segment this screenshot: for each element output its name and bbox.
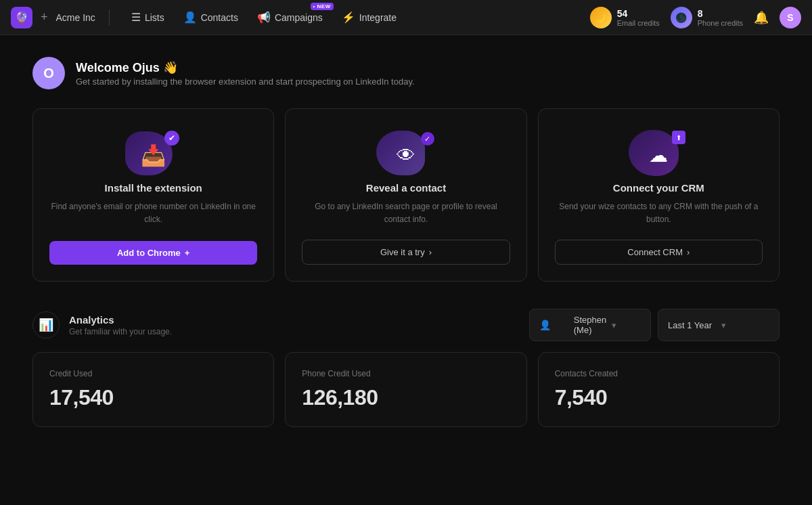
nav-label-contacts: Contacts (201, 12, 238, 23)
analytics-filters: 👤 Stephen (Me) ▾ Last 1 Year ▾ (529, 309, 780, 341)
email-credits-icon: 🌙 (590, 7, 612, 28)
phone-credit-used-card: Phone Credit Used 126,180 (285, 352, 526, 427)
sidebar-item-contacts[interactable]: 👤 Contacts (175, 7, 246, 28)
nav-label-integrate: Integrate (359, 12, 397, 23)
install-badge-icon: ✔ (164, 131, 179, 146)
integrate-icon: ⚡ (342, 11, 355, 24)
reveal-icon: 👁 (397, 144, 415, 167)
phone-credits: 🌑 8 Phone credits (671, 7, 743, 28)
new-badge: • NEW (311, 3, 334, 10)
add-to-chrome-button[interactable]: Add to Chrome + (49, 241, 257, 265)
reveal-card-title: Reveal a contact (366, 182, 446, 194)
lists-icon: ☰ (131, 11, 141, 24)
analytics-title: Analytics (69, 314, 172, 326)
sidebar-item-integrate[interactable]: ⚡ Integrate (334, 7, 405, 28)
cards-row: 📥 ✔ Install the extension Find anyone's … (32, 108, 780, 282)
install-icon: 📥 (141, 144, 166, 167)
period-filter-select[interactable]: Last 1 Year ▾ (658, 309, 780, 341)
install-card-desc: Find anyone's email or phone number on L… (49, 200, 257, 227)
app-logo[interactable]: 🔮 (11, 7, 32, 28)
reveal-check-icon: ✓ (421, 132, 434, 146)
reveal-contact-card: 👁 ✓ Reveal a contact Go to any LinkedIn … (285, 108, 526, 282)
welcome-avatar: O (32, 57, 65, 89)
install-illustration: 📥 ✔ (120, 128, 187, 182)
phone-credit-used-value: 126,180 (302, 385, 510, 410)
nav-items: ☰ Lists 👤 Contacts 📢 Campaigns • NEW ⚡ I… (123, 7, 585, 28)
credit-used-card: Credit Used 17,540 (32, 352, 274, 427)
nav-label-lists: Lists (145, 12, 164, 23)
campaigns-icon: 📢 (257, 11, 271, 24)
nav-label-campaigns: Campaigns (275, 12, 323, 23)
contacts-icon: 👤 (183, 11, 197, 24)
install-card-title: Install the extension (105, 182, 202, 194)
nav-right: 🌙 54 Email credits 🌑 8 Phone credits 🔔 S (590, 7, 801, 28)
welcome-greeting: Welcome Ojus 👋 (76, 60, 415, 75)
add-button[interactable]: + (41, 10, 48, 24)
analytics-info: Analytics Get familiar with your usage. (69, 314, 172, 336)
phone-credits-label: Phone credits (698, 19, 743, 27)
crm-card-title: Connect your CRM (613, 182, 704, 194)
welcome-section: O Welcome Ojus 👋 Get started by installi… (32, 57, 780, 89)
crm-icon: ☁ (649, 144, 668, 167)
user-filter-chevron-icon: ▾ (612, 320, 641, 330)
email-credits: 🌙 54 Email credits (590, 7, 660, 28)
nav-divider (109, 9, 110, 26)
connect-crm-card: ☁ ⬆ Connect your CRM Send your wize cont… (538, 108, 780, 282)
user-filter-value: Stephen (Me) (574, 315, 606, 335)
user-filter-select[interactable]: 👤 Stephen (Me) ▾ (529, 309, 651, 341)
analytics-section: 📊 Analytics Get familiar with your usage… (32, 309, 780, 427)
sidebar-item-campaigns[interactable]: 📢 Campaigns • NEW (249, 7, 331, 28)
phone-credits-icon: 🌑 (671, 7, 692, 28)
analytics-left: 📊 Analytics Get familiar with your usage… (32, 311, 172, 338)
user-filter-icon: 👤 (539, 320, 568, 330)
company-name[interactable]: Acme Inc (56, 12, 95, 23)
period-filter-chevron-icon: ▾ (721, 320, 769, 330)
crm-card-desc: Send your wize contacts to any CRM with … (555, 200, 763, 226)
main-content: O Welcome Ojus 👋 Get started by installi… (0, 35, 812, 449)
period-filter-value: Last 1 Year (668, 320, 716, 330)
contacts-created-card: Contacts Created 7,540 (538, 352, 780, 427)
reveal-illustration: 👁 ✓ (372, 128, 440, 182)
notifications-bell-icon[interactable]: 🔔 (754, 10, 769, 25)
credit-used-label: Credit Used (49, 369, 257, 378)
connect-crm-button[interactable]: Connect CRM › (555, 240, 763, 265)
analytics-subtitle: Get familiar with your usage. (69, 327, 172, 336)
analytics-header: 📊 Analytics Get familiar with your usage… (32, 309, 780, 341)
stats-row: Credit Used 17,540 Phone Credit Used 126… (32, 352, 780, 427)
email-credits-label: Email credits (617, 19, 660, 27)
give-it-a-try-button[interactable]: Give it a try › (302, 240, 510, 265)
analytics-icon: 📊 (32, 311, 60, 338)
crm-badge-icon: ⬆ (672, 131, 685, 144)
install-extension-card: 📥 ✔ Install the extension Find anyone's … (32, 108, 274, 282)
phone-credits-count: 8 (698, 8, 743, 19)
reveal-card-desc: Go to any LinkedIn search page or profil… (302, 200, 510, 226)
welcome-subtitle: Get started by installing the browser ex… (76, 76, 415, 87)
contacts-created-value: 7,540 (555, 385, 763, 410)
navbar: 🔮 + Acme Inc ☰ Lists 👤 Contacts 📢 Campai… (0, 0, 812, 35)
credit-used-value: 17,540 (49, 385, 257, 410)
sidebar-item-lists[interactable]: ☰ Lists (123, 7, 173, 28)
phone-credit-used-label: Phone Credit Used (302, 369, 510, 378)
crm-illustration: ☁ ⬆ (625, 128, 692, 182)
email-credits-count: 54 (617, 8, 660, 19)
avatar[interactable]: S (780, 7, 801, 28)
contacts-created-label: Contacts Created (555, 369, 763, 378)
